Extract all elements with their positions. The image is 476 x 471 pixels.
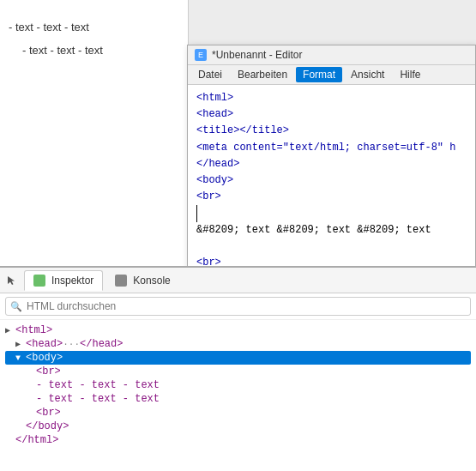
tree-row-br2[interactable]: <br> <box>5 406 471 420</box>
devtools-search-bar: 🔍 <box>0 293 476 320</box>
editor-menubar: Datei Bearbeiten Format Ansicht Hilfe <box>188 65 475 85</box>
code-line-body: <body> <box>196 172 467 189</box>
tree-row-br1[interactable]: <br> <box>5 365 471 378</box>
tree-toggle-body[interactable]: ▼ <box>15 353 26 363</box>
editor-window-icon: E <box>195 49 207 61</box>
tree-tag-text2: - text - text - text <box>36 393 160 405</box>
code-line-head: <head> <box>196 106 467 123</box>
tree-row-body[interactable]: ▼ <body> <box>5 351 471 365</box>
menu-ansicht[interactable]: Ansicht <box>344 67 391 82</box>
tree-tag-text1: - text - text - text <box>36 379 160 391</box>
tree-tag-html: <html> <box>15 324 52 336</box>
code-line-head-close: </head> <box>196 156 467 172</box>
tree-row-body-close[interactable]: </body> <box>5 420 471 433</box>
search-wrapper: 🔍 <box>5 297 471 316</box>
search-icon: 🔍 <box>10 301 22 312</box>
menu-bearbeiten[interactable]: Bearbeiten <box>231 67 294 82</box>
code-line-br1: <br> <box>196 189 467 205</box>
devtools-cursor-icon[interactable] <box>3 272 21 289</box>
code-line-empty1 <box>196 239 467 255</box>
tree-tag-head: <head> <box>26 338 63 350</box>
code-line-entities: &#8209; text &#8209; text &#8209; text <box>196 222 467 239</box>
tab-konsole[interactable]: Konsole <box>106 271 178 290</box>
tree-row-head[interactable]: ▶ <head> ··· </head> <box>5 337 471 351</box>
tree-toggle-head[interactable]: ▶ <box>15 339 26 349</box>
menu-datei[interactable]: Datei <box>191 67 229 82</box>
tab-inspektor-label: Inspektor <box>51 275 93 287</box>
code-line-html: <html> <box>196 90 467 106</box>
tree-row-html-close[interactable]: </html> <box>5 433 471 447</box>
tree-row-text2[interactable]: - text - text - text <box>5 392 471 406</box>
tree-tag-br1: <br> <box>36 365 61 377</box>
tree-tag-html-close: </html> <box>15 434 58 446</box>
code-line-meta: <meta content="text/html; charset=utf-8"… <box>196 140 467 156</box>
browser-content-area: - text - text - text - text - text - tex… <box>0 0 188 78</box>
tree-dots-head: ··· <box>63 339 80 349</box>
devtools-tree: ▶ <html> ▶ <head> ··· </head> ▼ <body> <… <box>0 320 476 471</box>
tree-tag-br2: <br> <box>36 407 61 419</box>
devtools-tabbar: Inspektor Konsole <box>0 268 476 293</box>
menu-format[interactable]: Format <box>296 67 342 82</box>
tree-row-text1[interactable]: - text - text - text <box>5 378 471 392</box>
code-line-title: <title></title> <box>196 123 467 139</box>
editor-titlebar: E *Unbenannt - Editor <box>188 45 475 65</box>
tab-konsole-label: Konsole <box>133 275 170 287</box>
devtools-search-input[interactable] <box>5 297 471 316</box>
tab-inspektor[interactable]: Inspektor <box>24 270 103 291</box>
browser-line-2: - text - text - text <box>22 40 179 60</box>
devtools-panel: Inspektor Konsole 🔍 ▶ <html> ▶ <head> ··… <box>0 266 476 471</box>
tree-tag-body-close: </body> <box>26 420 69 432</box>
tree-tag-body: <body> <box>26 352 63 364</box>
tree-tag-head-close: </head> <box>80 338 123 350</box>
menu-hilfe[interactable]: Hilfe <box>393 67 427 82</box>
editor-window-title: *Unbenannt - Editor <box>212 49 302 61</box>
tree-toggle-html[interactable]: ▶ <box>5 325 15 335</box>
browser-line-1: - text - text - text <box>9 17 179 37</box>
code-line-cursor: ​ <box>196 205 467 221</box>
tree-row-html[interactable]: ▶ <html> <box>5 323 471 337</box>
